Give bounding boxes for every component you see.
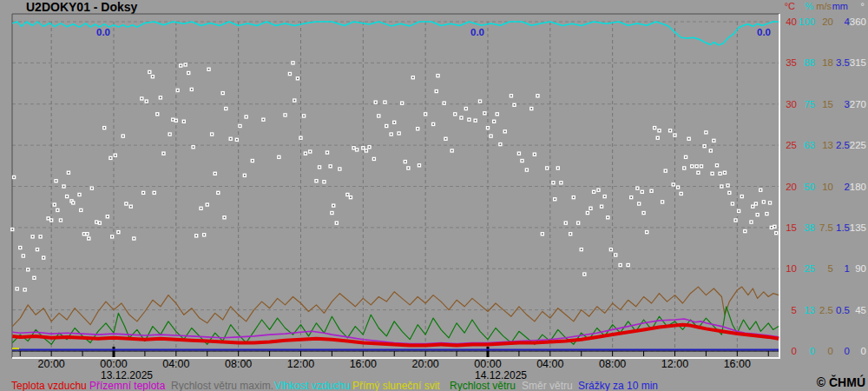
wind-dir-dot-center bbox=[191, 89, 193, 90]
wind-dir-dot-center bbox=[546, 168, 548, 169]
axis-value-label: 2.5 bbox=[836, 140, 850, 150]
wind-dir-dot-center bbox=[141, 98, 143, 100]
wind-dir-dot-center bbox=[126, 203, 128, 205]
wind-dir-dot-center bbox=[57, 209, 59, 211]
x-tick-label: 08:00 bbox=[225, 358, 252, 370]
wind-dir-dot-center bbox=[518, 153, 520, 155]
axis-value-label: 3.5 bbox=[836, 57, 850, 68]
wind-dir-dot-center bbox=[353, 147, 355, 149]
wind-dir-dot-center bbox=[393, 122, 395, 123]
midnight-tick bbox=[486, 347, 489, 357]
wind-dir-dot-center bbox=[601, 206, 602, 208]
axis-unit-header: m/s bbox=[816, 1, 832, 11]
wind-dir-dot-center bbox=[657, 137, 659, 139]
wind-dir-dot-center bbox=[493, 121, 495, 123]
wind-dir-dot-center bbox=[530, 108, 532, 109]
wind-dir-dot-center bbox=[514, 104, 516, 106]
x-tick-label: 04:00 bbox=[162, 358, 189, 370]
axis-value-label: 13 bbox=[804, 305, 815, 315]
axis-value-label: 5 bbox=[828, 263, 833, 274]
wind-dir-dot-center bbox=[581, 249, 582, 250]
wind-dir-dot-center bbox=[122, 136, 124, 137]
wind-dir-dot-center bbox=[598, 189, 600, 191]
wind-dir-dot-center bbox=[365, 150, 367, 152]
wind-dir-dot-center bbox=[610, 249, 612, 250]
wind-dir-dot-center bbox=[73, 202, 75, 204]
weather-chart: 20:0000:0004:0008:0012:0016:0020:0000:00… bbox=[0, 0, 868, 391]
wind-dir-dot-center bbox=[332, 205, 334, 207]
wind-dir-dot-center bbox=[637, 188, 639, 189]
wind-dir-dot-center bbox=[461, 117, 463, 119]
wind-dir-dot-center bbox=[375, 102, 377, 103]
wind-dir-dot-center bbox=[454, 114, 456, 116]
wind-dir-dot-center bbox=[183, 121, 185, 123]
wind-dir-dot-center bbox=[185, 64, 187, 66]
wind-dir-dot-center bbox=[641, 191, 643, 193]
wind-dir-dot-center bbox=[490, 136, 492, 137]
wind-dir-dot-center bbox=[522, 160, 523, 162]
wind-dir-dot-center bbox=[479, 101, 481, 103]
wind-dir-dot-center bbox=[418, 164, 420, 166]
x-tick-label: 16:00 bbox=[724, 358, 751, 370]
wind-dir-dot-center bbox=[408, 168, 410, 169]
wind-dir-dot-center bbox=[134, 238, 135, 240]
axis-unit-header: % bbox=[805, 1, 813, 11]
wind-dir-dot-center bbox=[208, 69, 210, 70]
wind-dir-dot-center bbox=[417, 128, 418, 129]
axis-value-label: 35 bbox=[786, 57, 797, 68]
wind-dir-dot-center bbox=[115, 155, 116, 156]
axis-value-label: 50 bbox=[804, 182, 815, 192]
wind-dir-dot-center bbox=[332, 212, 333, 214]
axis-value-label: 100 bbox=[799, 17, 815, 27]
wind-dir-dot-center bbox=[665, 170, 667, 172]
wind-dir-dot-center bbox=[19, 247, 21, 249]
wind-dir-dot-center bbox=[398, 133, 400, 135]
wind-dir-dot-center bbox=[27, 269, 29, 271]
wind-dir-dot-center bbox=[484, 112, 486, 114]
x-tick-label: 20:00 bbox=[412, 358, 439, 370]
wind-dir-dot-center bbox=[252, 160, 253, 162]
wind-dir-dot-center bbox=[83, 233, 85, 235]
wind-dir-dot-center bbox=[300, 137, 302, 139]
wind-dir-dot-center bbox=[751, 222, 753, 223]
wind-dir-dot-center bbox=[244, 175, 246, 176]
wind-dir-dot-center bbox=[542, 233, 543, 235]
wind-dir-dot-center bbox=[738, 210, 740, 212]
wind-dir-dot-center bbox=[24, 289, 26, 291]
precip-total-label: 0.0 bbox=[470, 27, 484, 37]
wind-dir-dot-center bbox=[716, 164, 718, 166]
axis-value-label: 25 bbox=[804, 263, 815, 274]
wind-dir-dot-center bbox=[297, 77, 299, 79]
wind-dir-dot-center bbox=[211, 134, 213, 136]
axis-value-label: 88 bbox=[804, 57, 815, 68]
weather-station-graph-page: { "title": "U2DOKY01 - Doksy", "copyrigh… bbox=[0, 0, 868, 391]
wind-dir-dot-center bbox=[771, 227, 773, 229]
axis-value-label: 0 bbox=[861, 346, 866, 356]
wind-dir-dot-center bbox=[628, 264, 629, 266]
wind-dir-dot-center bbox=[32, 236, 34, 238]
wind-dir-dot-center bbox=[469, 119, 470, 121]
wind-dir-dot-center bbox=[487, 127, 489, 129]
wind-dir-dot-center bbox=[180, 65, 181, 67]
legend-item: Teplota vzduchu bbox=[11, 380, 87, 391]
wind-dir-dot-center bbox=[554, 198, 556, 200]
wind-dir-dot-center bbox=[54, 204, 56, 206]
wind-dir-dot-center bbox=[369, 146, 371, 148]
wind-dir-dot-center bbox=[91, 188, 93, 189]
wind-dir-dot-center bbox=[688, 138, 690, 140]
wind-dir-dot-center bbox=[712, 173, 713, 175]
wind-dir-dot-center bbox=[172, 119, 174, 121]
wind-dir-dot-center bbox=[681, 193, 682, 195]
wind-dir-dot-center bbox=[774, 226, 776, 228]
axis-value-label: 7.5 bbox=[819, 222, 833, 233]
axis-value-label: 63 bbox=[804, 140, 815, 150]
wind-dir-dot-center bbox=[118, 231, 120, 233]
wind-dir-dot-center bbox=[500, 143, 502, 145]
wind-dir-dot-center bbox=[40, 236, 42, 238]
precip-total-label: 0.0 bbox=[757, 27, 771, 37]
wind-dir-dot-center bbox=[700, 166, 702, 168]
wind-dir-dot-center bbox=[336, 222, 338, 224]
wind-dir-dot-center bbox=[16, 288, 18, 290]
wind-dir-dot-center bbox=[177, 89, 179, 91]
wind-dir-dot-center bbox=[638, 203, 640, 205]
